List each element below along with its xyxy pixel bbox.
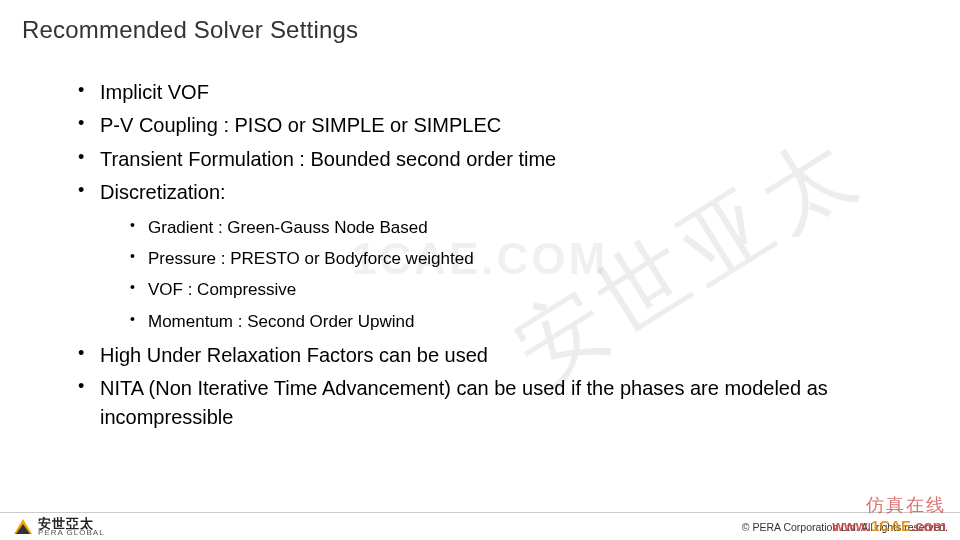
bullet-list: Implicit VOF P-V Coupling : PISO or SIMP… xyxy=(78,78,930,431)
sub-bullet-item: Momentum : Second Order Upwind xyxy=(130,309,930,335)
sub-bullet-item: Pressure : PRESTO or Bodyforce weighted xyxy=(130,246,930,272)
bullet-item: Transient Formulation : Bounded second o… xyxy=(78,145,930,173)
sub-bullet-list: Gradient : Green-Gauss Node Based Pressu… xyxy=(100,215,930,335)
logo-text-en: PERA GLOBAL xyxy=(38,529,105,537)
bullet-item: High Under Relaxation Factors can be use… xyxy=(78,341,930,369)
content-area: Implicit VOF P-V Coupling : PISO or SIMP… xyxy=(22,78,930,431)
logo: 安世亞太 PERA GLOBAL xyxy=(14,517,105,537)
bullet-item: Discretization: Gradient : Green-Gauss N… xyxy=(78,178,930,335)
footer: 安世亞太 PERA GLOBAL © PERA Corporation Ltd.… xyxy=(0,512,960,540)
slide: 1CAE.COM 安世亚太 Recommended Solver Setting… xyxy=(0,0,960,540)
logo-text: 安世亞太 PERA GLOBAL xyxy=(38,517,105,537)
bullet-item: NITA (Non Iterative Time Advancement) ca… xyxy=(78,374,930,431)
copyright: © PERA Corporation Ltd. All rights reser… xyxy=(742,521,948,533)
sub-bullet-item: VOF : Compressive xyxy=(130,277,930,303)
logo-icon xyxy=(14,519,32,534)
bullet-item: P-V Coupling : PISO or SIMPLE or SIMPLEC xyxy=(78,111,930,139)
bullet-item: Implicit VOF xyxy=(78,78,930,106)
bullet-label: Discretization: xyxy=(100,181,226,203)
sub-bullet-item: Gradient : Green-Gauss Node Based xyxy=(130,215,930,241)
slide-title: Recommended Solver Settings xyxy=(22,16,930,44)
